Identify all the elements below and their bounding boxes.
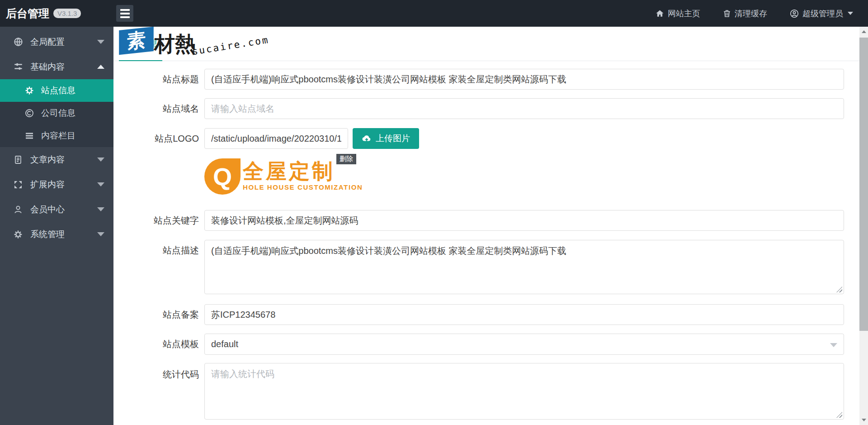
chevron-down-icon xyxy=(848,12,853,15)
form-row-logo-preview: Q 全屋定制 HOLE HOUSE CUSTOMIZATION 删除 xyxy=(113,158,844,196)
chevron-down-icon xyxy=(97,207,104,211)
topbar-link-home[interactable]: 网站主页 xyxy=(656,8,700,19)
scrollbar-up-button[interactable] xyxy=(859,27,868,37)
site-title-label: 站点标题 xyxy=(113,73,199,86)
form-row-site-title: 站点标题 xyxy=(113,69,844,90)
logo-en-text: HOLE HOUSE CUSTOMIZATION xyxy=(243,183,363,191)
home-icon xyxy=(656,9,664,18)
sidebar-item-company-info[interactable]: 公司信息 xyxy=(0,102,113,124)
sidebar: 全局配置 基础内容 站点信息 公司信息 xyxy=(0,27,113,425)
form-row-site-description: 站点描述 (自适应手机端)响应式pbootcms装修设计装潢公司网站模板 家装全… xyxy=(113,240,844,294)
sidebar-item-articles[interactable]: 文章内容 xyxy=(0,147,113,172)
expand-icon xyxy=(14,180,24,189)
sidebar-item-global-config[interactable]: 全局配置 xyxy=(0,29,113,54)
scrollbar-thumb[interactable] xyxy=(859,38,868,331)
topbar-link-clear-cache[interactable]: 清理缓存 xyxy=(723,8,767,19)
stats-code-label: 统计代码 xyxy=(113,363,199,381)
gear-icon xyxy=(25,86,35,95)
globe-icon xyxy=(14,37,24,47)
chevron-up-icon xyxy=(97,65,104,69)
chevron-down-icon xyxy=(97,158,104,162)
site-info-form: 站点标题 站点域名 站点LOGO 上传图片 xyxy=(113,69,859,420)
site-description-textarea[interactable]: (自适应手机端)响应式pbootcms装修设计装潢公司网站模板 家装全屋定制类网… xyxy=(204,240,844,294)
cloud-upload-icon xyxy=(362,134,372,143)
site-template-select[interactable]: default xyxy=(204,334,844,355)
site-description-label: 站点描述 xyxy=(113,240,199,257)
sidebar-item-site-info[interactable]: 站点信息 xyxy=(0,79,113,102)
topbar-user-menu[interactable]: 超级管理员 xyxy=(790,8,853,19)
chevron-down-icon xyxy=(97,40,104,44)
chevron-down-icon xyxy=(97,182,104,186)
form-row-site-logo: 站点LOGO 上传图片 xyxy=(113,128,844,149)
site-template-label: 站点模板 xyxy=(113,338,199,350)
sidebar-item-content-columns[interactable]: 内容栏目 xyxy=(0,124,113,147)
app-title: 后台管理 V3.1.3 xyxy=(6,0,81,27)
menu-toggle-button[interactable] xyxy=(116,5,133,22)
form-row-site-keywords: 站点关键字 xyxy=(113,210,844,231)
tab-site-info[interactable]: 站点信息 xyxy=(119,27,162,61)
site-logo-label: 站点LOGO xyxy=(113,133,199,145)
sidebar-item-extensions[interactable]: 扩展内容 xyxy=(0,172,113,197)
user-circle-icon xyxy=(790,9,799,18)
sidebar-item-members[interactable]: 会员中心 xyxy=(0,197,113,222)
sidebar-item-system[interactable]: 系统管理 xyxy=(0,222,113,247)
list-icon xyxy=(25,131,35,140)
site-domain-label: 站点域名 xyxy=(113,103,199,115)
site-logo-preview-image: Q 全屋定制 HOLE HOUSE CUSTOMIZATION 删除 xyxy=(204,158,363,195)
triangle-down-icon xyxy=(862,419,866,421)
sliders-icon xyxy=(14,62,24,72)
user-icon xyxy=(14,205,24,214)
logo-q-mark: Q xyxy=(204,158,241,195)
version-badge: V3.1.3 xyxy=(53,9,81,18)
document-icon xyxy=(14,155,24,164)
stats-code-textarea[interactable] xyxy=(204,363,844,420)
gear-icon xyxy=(14,230,24,239)
form-row-stats-code: 统计代码 xyxy=(113,363,844,420)
form-row-site-icp: 站点备案 xyxy=(113,304,844,325)
copyright-icon xyxy=(25,109,35,118)
chevron-down-icon xyxy=(97,232,104,236)
site-keywords-label: 站点关键字 xyxy=(113,215,199,227)
hamburger-icon xyxy=(120,9,130,11)
sidebar-submenu-basic-content: 站点信息 公司信息 内容栏目 xyxy=(0,79,113,147)
triangle-up-icon xyxy=(862,30,866,33)
site-title-input[interactable] xyxy=(204,69,844,90)
site-icp-label: 站点备案 xyxy=(113,309,199,321)
app-title-text: 后台管理 xyxy=(6,6,49,21)
site-keywords-input[interactable] xyxy=(204,210,844,231)
upload-image-button[interactable]: 上传图片 xyxy=(353,128,419,149)
delete-logo-button[interactable]: 删除 xyxy=(336,154,356,164)
scrollbar-down-button[interactable] xyxy=(859,415,868,425)
site-domain-input[interactable] xyxy=(204,98,844,119)
tab-bar: 站点信息 xyxy=(113,27,859,61)
sidebar-item-basic-content[interactable]: 基础内容 xyxy=(0,54,113,79)
form-row-site-template: 站点模板 default xyxy=(113,334,844,355)
scrollbar[interactable] xyxy=(859,27,868,425)
site-logo-input[interactable] xyxy=(204,128,348,149)
main-content: 站点信息 素 材熱 sucaire.com 站点标题 站点域名 站点LOGO xyxy=(113,27,859,425)
trash-icon xyxy=(723,9,731,18)
form-row-site-domain: 站点域名 xyxy=(113,98,844,119)
site-icp-input[interactable] xyxy=(204,304,844,325)
topbar: 后台管理 V3.1.3 网站主页 清理缓存 超级管理员 xyxy=(0,0,868,27)
chevron-down-icon xyxy=(830,343,837,347)
topbar-actions: 网站主页 清理缓存 超级管理员 xyxy=(656,0,853,27)
